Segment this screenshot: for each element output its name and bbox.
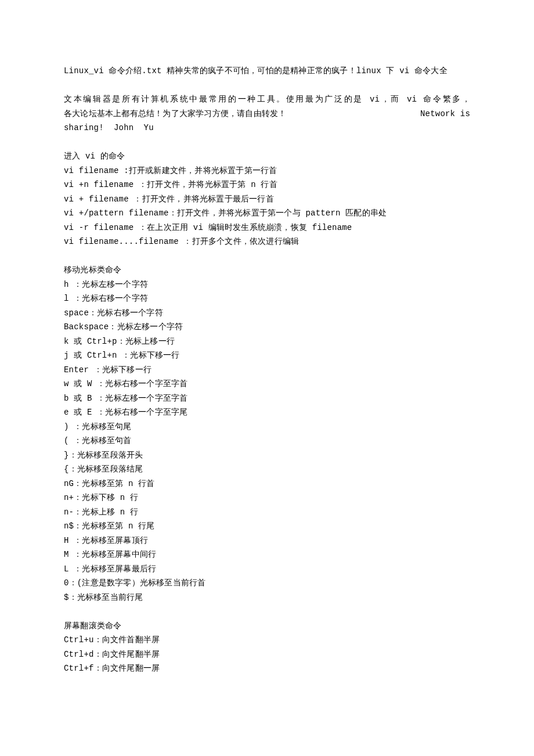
cursor-item: }：光标移至段落开头: [64, 448, 470, 463]
intro-line-2-row1: 文本编辑器是所有计算机系统中最常用的一种工具。使用最为广泛的是 vi，而 vi …: [64, 92, 470, 107]
scroll-item: Ctrl+u：向文件首翻半屏: [64, 633, 470, 647]
scroll-item: Ctrl+d：向文件尾翻半屏: [64, 647, 470, 662]
cursor-item: k 或 Ctrl+p：光标上移一行: [64, 334, 470, 349]
section-enter-title: 进入 vi 的命令: [64, 149, 470, 164]
paragraph-gap: [64, 604, 470, 619]
enter-item: vi -r filename ：在上次正用 vi 编辑时发生系统崩溃，恢复 fi…: [64, 221, 470, 235]
intro-line-2-row3: sharing! John Yu: [64, 121, 470, 135]
cursor-item: n+：光标下移 n 行: [64, 491, 470, 505]
cursor-item: n$：光标移至第 n 行尾: [64, 519, 470, 534]
enter-item: vi +n filename ：打开文件，并将光标置于第 n 行首: [64, 178, 470, 192]
intro-line-2-row2: 各大论坛基本上都有总结！为了大家学习方便，请自由转发！Network is: [64, 107, 470, 121]
cursor-item: n-：光标上移 n 行: [64, 505, 470, 520]
cursor-item: ) ：光标移至句尾: [64, 420, 470, 434]
cursor-command-list: h ：光标左移一个字符l ：光标右移一个字符space：光标右移一个字符Back…: [64, 278, 470, 605]
paragraph-gap: [64, 78, 470, 93]
cursor-item: H ：光标移至屏幕顶行: [64, 534, 470, 548]
enter-item: vi +/pattern filename：打开文件，并将光标置于第一个与 pa…: [64, 206, 470, 221]
section-cursor-title: 移动光标类命令: [64, 263, 470, 278]
cursor-item: Backspace：光标左移一个字符: [64, 320, 470, 334]
enter-command-list: vi filename :打开或新建文件，并将光标置于第一行首vi +n fil…: [64, 164, 470, 249]
intro-line-1: Linux_vi 命令介绍.txt 精神失常的疯子不可怕，可怕的是精神正常的疯子…: [64, 64, 470, 78]
cursor-item: l ：光标右移一个字符: [64, 291, 470, 306]
cursor-item: space：光标右移一个字符: [64, 306, 470, 321]
paragraph-gap: [64, 135, 470, 150]
section-scroll-title: 屏幕翻滚类命令: [64, 619, 470, 633]
cursor-item: Enter ：光标下移一行: [64, 363, 470, 377]
scroll-item: Ctrl+f：向文件尾翻一屏: [64, 661, 470, 676]
cursor-item: b 或 B ：光标左移一个字至字首: [64, 391, 470, 406]
cursor-item: j 或 Ctrl+n ：光标下移一行: [64, 348, 470, 363]
enter-item: vi filename :打开或新建文件，并将光标置于第一行首: [64, 164, 470, 178]
cursor-item: $：光标移至当前行尾: [64, 591, 470, 605]
cursor-item: w 或 W ：光标右移一个字至字首: [64, 377, 470, 391]
cursor-item: ( ：光标移至句首: [64, 434, 470, 448]
cursor-item: nG：光标移至第 n 行首: [64, 477, 470, 491]
cursor-item: M ：光标移至屏幕中间行: [64, 548, 470, 562]
cursor-item: h ：光标左移一个字符: [64, 278, 470, 292]
enter-item: vi + filename ：打开文件，并将光标置于最后一行首: [64, 192, 470, 207]
enter-item: vi filename....filename ：打开多个文件，依次进行编辑: [64, 235, 470, 249]
cursor-item: L ：光标移至屏幕最后行: [64, 562, 470, 577]
cursor-item: {：光标移至段落结尾: [64, 462, 470, 477]
paragraph-gap: [64, 249, 470, 264]
cursor-item: e 或 E ：光标右移一个字至字尾: [64, 405, 470, 420]
cursor-item: 0：(注意是数字零）光标移至当前行首: [64, 576, 470, 591]
scroll-command-list: Ctrl+u：向文件首翻半屏Ctrl+d：向文件尾翻半屏Ctrl+f：向文件尾翻…: [64, 633, 470, 676]
